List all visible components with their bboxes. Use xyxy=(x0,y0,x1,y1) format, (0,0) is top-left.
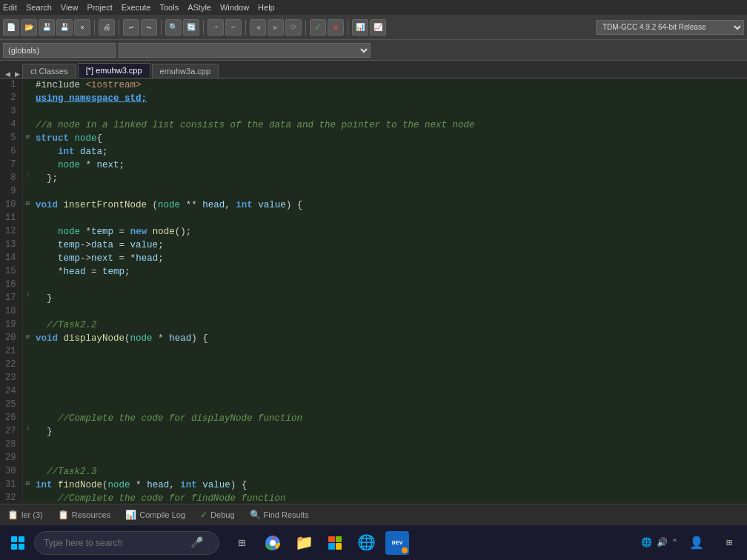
find-btn[interactable]: 🔍 xyxy=(165,19,182,36)
compiler-dropdown[interactable]: TDM-GCC 4.9.2 64-bit Release xyxy=(596,20,744,35)
outdent-btn[interactable]: ← xyxy=(225,19,242,36)
menu-view[interactable]: View xyxy=(61,3,79,12)
line-number: 12 xyxy=(0,225,22,239)
separator-6 xyxy=(305,20,306,35)
line-number: 23 xyxy=(0,372,22,385)
fold-icon xyxy=(22,105,33,119)
tab-classes[interactable]: ct Classes xyxy=(22,64,76,78)
chart-btn[interactable]: 📊 xyxy=(352,19,368,36)
taskbar-search-box[interactable]: 🎤 xyxy=(34,531,219,555)
line-number: 19 xyxy=(0,319,22,332)
table-row: 6 int data; xyxy=(0,145,747,159)
rebuild-btn[interactable]: ⟳ xyxy=(285,19,302,36)
network-icon: 🌐 xyxy=(641,537,652,548)
fold-icon[interactable]: ⊟ xyxy=(22,479,33,492)
stop-btn[interactable]: ✕ xyxy=(328,19,344,36)
line-number: 26 xyxy=(0,412,22,425)
print-btn[interactable]: 🖨 xyxy=(99,19,115,36)
status-tab-compile-log[interactable]: 📊 Compile Log xyxy=(121,508,190,521)
line-number: 28 xyxy=(0,439,22,452)
line-number: 20 xyxy=(0,332,22,345)
close-btn[interactable]: ✕ xyxy=(74,19,90,36)
status-tab-find-results-label: Find Results xyxy=(264,510,309,519)
function-dropdown[interactable] xyxy=(119,43,371,58)
edge-icon[interactable]: 🌐 xyxy=(353,530,379,556)
battery-icon: ⌃ xyxy=(672,537,677,548)
chrome-icon[interactable] xyxy=(259,530,286,556)
menu-search[interactable]: Search xyxy=(26,3,52,12)
fold-icon xyxy=(22,492,33,504)
menu-execute[interactable]: Execute xyxy=(122,3,151,12)
status-tab-find-results[interactable]: 🔍 Find Results xyxy=(245,508,313,521)
check-btn[interactable]: ✓ xyxy=(310,19,326,36)
separator-4 xyxy=(203,20,204,35)
table-row: 17 └ } xyxy=(0,292,747,305)
save-all-btn[interactable]: 💾 xyxy=(56,19,73,36)
code-line: void insertFrontNode (node ** head, int … xyxy=(33,199,747,212)
run-btn[interactable]: ▶ xyxy=(268,19,284,36)
table-row: 2 using namespace std; xyxy=(0,92,747,105)
code-line xyxy=(33,359,747,372)
windows-store-icon[interactable] xyxy=(322,530,348,556)
search-input[interactable] xyxy=(44,538,185,548)
open-btn[interactable]: 📂 xyxy=(21,19,37,36)
redo-btn[interactable]: ↪ xyxy=(141,19,157,36)
indent-btn[interactable]: → xyxy=(208,19,224,36)
windows-logo xyxy=(11,536,24,550)
fold-icon[interactable]: ⊟ xyxy=(22,199,33,212)
replace-btn[interactable]: 🔄 xyxy=(183,19,199,36)
compile-btn[interactable]: ◀ xyxy=(250,19,266,36)
status-tab-compiler[interactable]: 📋 ler (3) xyxy=(3,508,47,521)
menu-astyle[interactable]: AStyle xyxy=(187,3,211,12)
tab-emuhw3[interactable]: [*] emuhw3.cpp xyxy=(78,63,150,78)
fold-icon xyxy=(22,372,33,385)
code-editor[interactable]: 1 #include <iostream> 2 using namespace … xyxy=(0,79,747,504)
tab-emuhw3a[interactable]: emuhw3a.cpp xyxy=(152,64,219,78)
line-number: 13 xyxy=(0,239,22,252)
status-tab-debug[interactable]: ✓ Debug xyxy=(196,508,239,521)
action-center-icon[interactable]: ⊞ xyxy=(716,530,743,556)
new-btn[interactable]: 📄 xyxy=(3,19,19,36)
people-icon[interactable]: 👤 xyxy=(683,530,710,556)
taskbar: 🎤 ⊞ 📁 🌐 xyxy=(0,524,747,560)
fold-icon xyxy=(22,319,33,332)
task-view-icon[interactable]: ⊞ xyxy=(228,530,255,556)
line-number: 14 xyxy=(0,252,22,265)
profile-btn[interactable]: 📈 xyxy=(370,19,386,36)
taskbar-right: 🌐 🔊 ⌃ 👤 ⊞ xyxy=(641,530,743,556)
devcpp-icon[interactable]: DEV xyxy=(384,530,411,556)
taskbar-icons: ⊞ 📁 🌐 DEV xyxy=(228,530,411,556)
line-number: 21 xyxy=(0,345,22,359)
undo-btn[interactable]: ↩ xyxy=(123,19,139,36)
fold-icon[interactable]: ⊟ xyxy=(22,332,33,345)
code-line: //a node in a linked list consists of th… xyxy=(33,119,747,132)
start-button[interactable] xyxy=(4,530,31,556)
menu-window[interactable]: Window xyxy=(220,3,249,12)
status-tab-resources[interactable]: 📋 Resources xyxy=(53,508,116,521)
menu-tools[interactable]: Tools xyxy=(159,3,179,12)
save-btn[interactable]: 💾 xyxy=(39,19,55,36)
line-number: 11 xyxy=(0,212,22,225)
code-line xyxy=(33,345,747,359)
line-number: 6 xyxy=(0,145,22,159)
code-line xyxy=(33,372,747,385)
menu-project[interactable]: Project xyxy=(87,3,112,12)
menu-edit[interactable]: Edit xyxy=(3,3,17,12)
code-line: temp->data = value; xyxy=(33,239,747,252)
file-explorer-icon[interactable]: 📁 xyxy=(290,530,317,556)
line-number: 31 xyxy=(0,479,22,492)
menu-help[interactable]: Help xyxy=(258,3,275,12)
line-number: 16 xyxy=(0,279,22,292)
globals-input[interactable] xyxy=(3,43,116,58)
tab-nav-right[interactable]: ▶ xyxy=(13,70,22,78)
fold-icon[interactable]: ⊟ xyxy=(22,132,33,145)
table-row: 21 xyxy=(0,345,747,359)
table-row: 20 ⊟ void displayNode(node * head) { xyxy=(0,332,747,345)
fold-icon xyxy=(22,439,33,452)
svg-point-1 xyxy=(270,540,276,546)
line-number: 32 xyxy=(0,492,22,504)
tab-nav-left[interactable]: ◀ xyxy=(3,70,13,78)
line-number: 18 xyxy=(0,305,22,319)
fold-icon xyxy=(22,92,33,105)
fold-icon xyxy=(22,239,33,252)
